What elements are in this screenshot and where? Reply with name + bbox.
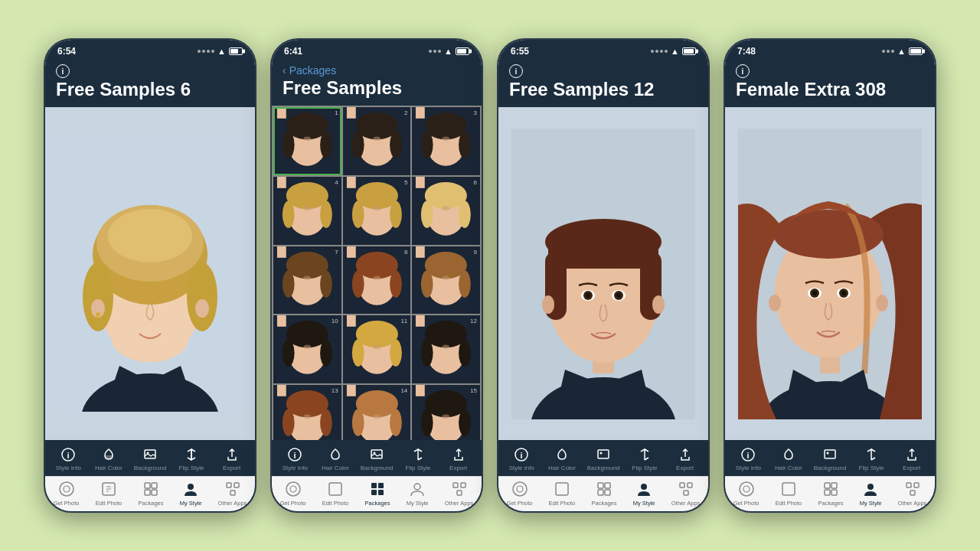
back-chevron-2[interactable]: ‹ [283, 64, 286, 77]
flip-style-btn-2[interactable]: Flip Style [403, 446, 433, 471]
hair-color-btn-4[interactable]: Hair Color [773, 446, 804, 471]
svg-point-94 [390, 270, 402, 297]
nav-packages-2[interactable]: Packages [365, 480, 390, 507]
nav-edit-photo-4[interactable]: Edit Photo [776, 480, 802, 507]
grid-item-num-11: 11 [400, 318, 407, 324]
grid-item-7[interactable]: 7 [273, 246, 341, 315]
nav-other-apps-1[interactable]: Other Apps [218, 480, 247, 507]
style-info-btn-2[interactable]: i Style Info [279, 446, 310, 471]
grid-item-1[interactable]: 1 [273, 107, 341, 175]
export-btn-3[interactable]: Export [670, 446, 701, 471]
hair-color-btn-1[interactable]: Hair Color [93, 446, 124, 471]
nav-get-photo-1[interactable]: Get Photo [54, 480, 80, 507]
style-info-btn-3[interactable]: i Style Info [506, 446, 537, 471]
svg-rect-50 [416, 107, 425, 119]
background-btn-3[interactable]: Background [587, 446, 620, 471]
nav-my-style-3[interactable]: My Style [633, 480, 655, 507]
flip-style-btn-4[interactable]: Flip Style [856, 446, 887, 471]
grid-item-3[interactable]: 3 [412, 107, 480, 175]
grid-item-11[interactable]: 11 [343, 315, 411, 383]
svg-rect-162 [378, 490, 384, 495]
grid-item-14[interactable]: 14 [343, 385, 411, 440]
back-label-2[interactable]: Packages [289, 64, 336, 77]
svg-point-77 [421, 201, 433, 228]
hair-color-btn-3[interactable]: Hair Color [547, 446, 577, 471]
svg-point-135 [303, 414, 311, 419]
svg-point-182 [652, 295, 665, 314]
nav-get-photo-2[interactable]: Get Photo [280, 480, 306, 507]
grid-item-10[interactable]: 10 [273, 315, 341, 383]
svg-rect-122 [416, 315, 425, 327]
nav-my-style-4[interactable]: My Style [860, 480, 882, 507]
nav-get-photo-3[interactable]: Get Photo [507, 480, 533, 507]
svg-point-205 [812, 291, 817, 295]
grid-item-2[interactable]: 2 [343, 107, 411, 175]
grid-item-num-1: 1 [335, 109, 338, 116]
title-1: Free Samples 6 [56, 80, 244, 99]
export-btn-1[interactable]: Export [217, 446, 247, 471]
toolbar-2: i Style Info Hair Color Background Flip … [272, 440, 482, 476]
svg-rect-223 [906, 483, 911, 487]
svg-rect-130 [277, 385, 286, 396]
svg-point-177 [586, 293, 590, 298]
grid-item-9[interactable]: 9 [412, 246, 480, 315]
grid-item-8[interactable]: 8 [343, 246, 411, 315]
status-bar-1: 6:54 ▲ [45, 40, 255, 60]
header-2: ‹ Packages Free Samples [272, 60, 482, 106]
nav-edit-photo-1[interactable]: Edit Photo [96, 480, 122, 507]
svg-rect-158 [329, 483, 341, 495]
nav-other-apps-3[interactable]: Other Apps [671, 480, 701, 507]
grid-item-15[interactable]: 15 [412, 385, 480, 440]
svg-point-110 [320, 340, 332, 367]
flip-style-btn-3[interactable]: Flip Style [629, 446, 660, 471]
grid-scroll-2[interactable]: 1 2 3 [272, 106, 482, 440]
info-icon-1[interactable]: i [56, 64, 70, 78]
nav-my-style-1[interactable]: My Style [180, 480, 202, 507]
info-icon-3[interactable]: i [509, 64, 523, 78]
svg-rect-165 [461, 483, 466, 487]
svg-rect-106 [277, 315, 286, 327]
nav-edit-photo-3[interactable]: Edit Photo [549, 480, 576, 507]
grid-item-6[interactable]: 6 [412, 177, 480, 245]
background-btn-2[interactable]: Background [361, 446, 394, 471]
svg-point-151 [443, 414, 450, 419]
nav-packages-3[interactable]: Packages [592, 480, 617, 507]
nav-other-apps-4[interactable]: Other Apps [898, 480, 927, 507]
svg-point-127 [443, 345, 450, 350]
status-icons-1: ▲ [198, 47, 243, 56]
svg-rect-219 [831, 483, 837, 488]
phones-container: 6:54 ▲ i Free Samples 6 [28, 23, 952, 528]
hair-display-4 [725, 107, 935, 440]
nav-packages-1[interactable]: Packages [139, 480, 164, 507]
time-1: 6:54 [57, 46, 76, 57]
toolbar-row-1: i Style Info Hair Color B [45, 445, 255, 473]
grid-item-13[interactable]: 13 [273, 385, 341, 440]
nav-get-photo-4[interactable]: Get Photo [733, 480, 760, 507]
nav-my-style-2[interactable]: My Style [407, 480, 429, 507]
hair-color-label-1: Hair Color [95, 465, 122, 471]
style-info-btn-4[interactable]: i Style Info [733, 446, 763, 471]
svg-point-194 [641, 484, 647, 490]
svg-point-101 [421, 270, 433, 297]
hair-color-btn-2[interactable]: Hair Color [320, 446, 351, 471]
flip-style-btn-1[interactable]: Flip Style [176, 446, 207, 471]
info-icon-4[interactable]: i [736, 64, 750, 78]
grid-item-num-7: 7 [335, 249, 338, 256]
nav-other-apps-2[interactable]: Other Apps [445, 480, 474, 507]
grid-item-num-8: 8 [404, 249, 407, 256]
background-btn-4[interactable]: Background [814, 446, 847, 471]
time-4: 7:48 [737, 46, 756, 57]
grid-item-4[interactable]: 4 [273, 177, 341, 245]
export-btn-4[interactable]: Export [897, 446, 927, 471]
svg-point-37 [283, 132, 295, 158]
export-btn-2[interactable]: Export [443, 446, 474, 471]
svg-text:i: i [747, 451, 750, 460]
grid-item-12[interactable]: 12 [412, 315, 480, 383]
style-info-btn-1[interactable]: i Style Info [53, 446, 83, 471]
nav-packages-4[interactable]: Packages [818, 480, 844, 507]
time-2: 6:41 [284, 46, 302, 57]
title-2: Free Samples [283, 78, 471, 98]
grid-item-5[interactable]: 5 [343, 177, 411, 245]
nav-edit-photo-2[interactable]: Edit Photo [322, 480, 349, 507]
background-btn-1[interactable]: Background [134, 446, 167, 471]
